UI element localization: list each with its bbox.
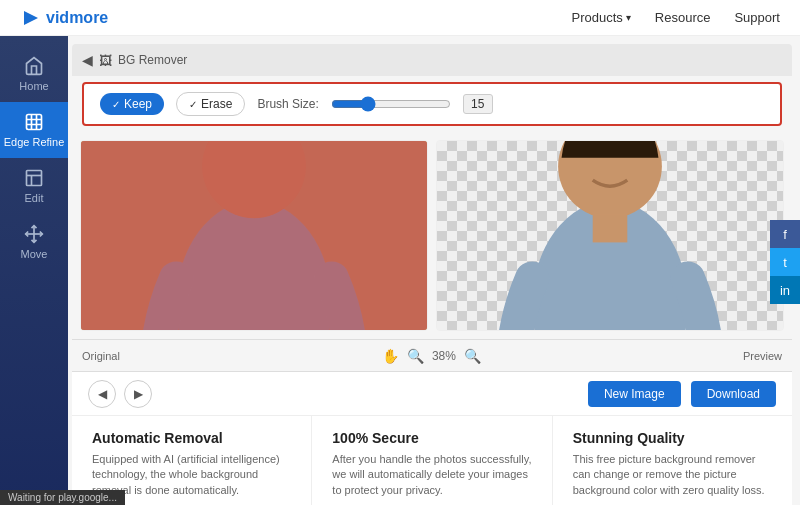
sidebar-item-move[interactable]: Move — [0, 214, 68, 270]
erase-button[interactable]: ✓ Erase — [176, 92, 245, 116]
linkedin-button[interactable]: in — [770, 276, 800, 304]
canvas-area — [72, 132, 792, 339]
panel-title: BG Remover — [118, 53, 187, 67]
keep-button[interactable]: ✓ Keep — [100, 93, 164, 115]
original-pane — [80, 140, 428, 331]
zoom-out-icon[interactable]: 🔍 — [407, 348, 424, 364]
social-bar: f t in — [770, 220, 800, 304]
original-image[interactable] — [81, 141, 427, 330]
brush-size-value: 15 — [463, 94, 493, 114]
preview-pane — [436, 140, 784, 331]
status-bar: Waiting for play.google... — [0, 490, 125, 505]
sidebar-item-edge-refine[interactable]: Edge Refine — [0, 102, 68, 158]
logo[interactable]: vidmore — [20, 7, 108, 29]
feature-quality-title: Stunning Quality — [573, 430, 772, 446]
toolbar: ✓ Keep ✓ Erase Brush Size: 15 — [82, 82, 782, 126]
prev-arrow-button[interactable]: ◀ — [88, 380, 116, 408]
panel-header: ◀ 🖼 BG Remover — [72, 44, 792, 76]
svg-rect-2 — [27, 171, 42, 186]
preview-image[interactable] — [437, 141, 783, 330]
feature-secure-desc: After you handle the photos successfully… — [332, 452, 531, 498]
original-label: Original — [82, 350, 120, 362]
chevron-down-icon: ▾ — [626, 12, 631, 23]
logo-v: v — [46, 9, 55, 26]
action-bar: ◀ ▶ New Image Download — [72, 371, 792, 415]
bottom-section: Automatic Removal Equipped with AI (arti… — [72, 415, 792, 505]
nav-bar: Products ▾ Resource Support — [572, 10, 781, 25]
sidebar-item-home[interactable]: Home — [0, 46, 68, 102]
sidebar: Home Edge Refine Edit — [0, 36, 68, 505]
erase-check-icon: ✓ — [189, 99, 197, 110]
nav-support[interactable]: Support — [734, 10, 780, 25]
footer-bar: Original ✋ 🔍 38% 🔍 Preview — [72, 339, 792, 371]
sidebar-item-edit[interactable]: Edit — [0, 158, 68, 214]
back-icon[interactable]: ◀ — [82, 52, 93, 68]
home-icon — [24, 56, 44, 76]
main-area: Home Edge Refine Edit — [0, 36, 800, 505]
feature-quality: Stunning Quality This free picture backg… — [553, 416, 792, 505]
preview-svg — [437, 141, 783, 330]
brush-size-slider[interactable] — [331, 96, 451, 112]
check-icon: ✓ — [112, 99, 120, 110]
zoom-controls: ✋ 🔍 38% 🔍 — [382, 348, 481, 364]
zoom-value: 38% — [432, 349, 456, 363]
logo-icon — [20, 7, 42, 29]
zoom-in-icon[interactable]: 🔍 — [464, 348, 481, 364]
svg-rect-1 — [27, 115, 42, 130]
download-button[interactable]: Download — [691, 381, 776, 407]
bg-icon: 🖼 — [99, 53, 112, 68]
feature-quality-desc: This free picture background remover can… — [573, 452, 772, 498]
action-buttons: New Image Download — [588, 381, 776, 407]
preview-label: Preview — [743, 350, 782, 362]
nav-products[interactable]: Products ▾ — [572, 10, 631, 25]
feature-secure-title: 100% Secure — [332, 430, 531, 446]
twitter-button[interactable]: t — [770, 248, 800, 276]
edge-refine-icon — [24, 112, 44, 132]
logo-text: vidmore — [46, 9, 108, 27]
nav-resource[interactable]: Resource — [655, 10, 711, 25]
brush-size-label: Brush Size: — [257, 97, 318, 111]
facebook-button[interactable]: f — [770, 220, 800, 248]
next-arrow-button[interactable]: ▶ — [124, 380, 152, 408]
navigation-arrows: ◀ ▶ — [88, 380, 152, 408]
svg-rect-15 — [593, 215, 628, 243]
status-text: Waiting for play.google... — [8, 492, 117, 503]
edit-icon — [24, 168, 44, 188]
svg-marker-0 — [24, 11, 38, 25]
hand-icon[interactable]: ✋ — [382, 348, 399, 364]
app-header: vidmore Products ▾ Resource Support — [0, 0, 800, 36]
feature-automatic-title: Automatic Removal — [92, 430, 291, 446]
original-svg — [81, 141, 427, 330]
new-image-button[interactable]: New Image — [588, 381, 681, 407]
feature-secure: 100% Secure After you handle the photos … — [312, 416, 552, 505]
move-icon — [24, 224, 44, 244]
